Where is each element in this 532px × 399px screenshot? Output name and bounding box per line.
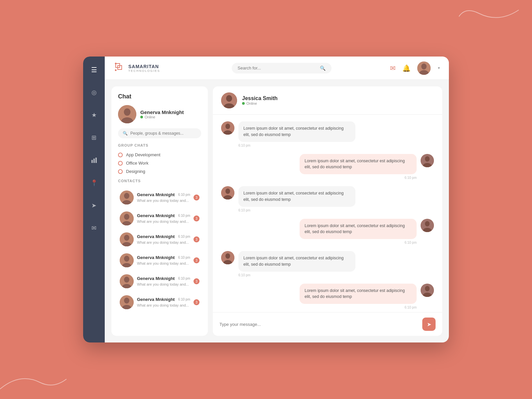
search-contacts-input[interactable] <box>130 131 197 136</box>
header-search: 🔍 <box>180 63 383 73</box>
sidebar-menu-icon[interactable]: ☰ <box>87 63 101 76</box>
msg-bubble-wrap-2: Lorem ipsum dolor sit amet, consectetur … <box>238 186 355 212</box>
contact-time-3: 6:10 pm <box>178 256 190 259</box>
msg-bubble-wrap-0: Lorem ipsum dolor sit amet, consectetur … <box>238 121 355 147</box>
online-dot <box>140 116 143 118</box>
contact-avatar-1 <box>120 211 134 225</box>
contact-details-1: Generva Mnknight 6:10 pm What are you do… <box>137 213 190 224</box>
contact-badge-3: 3 <box>194 257 200 263</box>
contact-details-0: Generva Mnknight 6:10 pm What are you do… <box>137 192 190 203</box>
message-row-4: Lorem ipsum dolor sit amet, consectetur … <box>221 251 434 277</box>
messages-area: Lorem ipsum dolor sit amet, consectetur … <box>213 115 442 312</box>
deco-line-bottom <box>0 362 66 396</box>
msg-bubble-0: Lorem ipsum dolor sit amet, consectetur … <box>238 121 355 142</box>
contact-name-5: Generva Mnknight <box>137 297 175 302</box>
contact-badge-5: 3 <box>194 299 200 305</box>
group-name-office-work: Office Work <box>126 161 148 166</box>
chat-panel: Chat Generva Mnknight Online <box>111 86 208 336</box>
contact-preview-4: What are you doing today and... <box>137 282 189 286</box>
svg-rect-1 <box>93 159 95 163</box>
group-radio-designing <box>118 169 123 174</box>
search-input[interactable] <box>238 66 317 70</box>
contact-name-1: Generva Mnknight <box>137 213 175 218</box>
status-text: Online <box>145 115 155 119</box>
group-chat-item-app-dev[interactable]: App Development <box>118 152 201 157</box>
svg-point-5 <box>115 63 117 65</box>
contact-time-1: 6:10 pm <box>178 214 190 217</box>
msg-bubble-5: Lorem ipsum dolor sit amet, consectetur … <box>300 284 417 304</box>
contact-item-0[interactable]: Generva Mnknight 6:10 pm What are you do… <box>118 188 201 207</box>
contact-header-4: Generva Mnknight 6:10 pm <box>137 276 190 281</box>
sidebar-icon-location[interactable]: 📍 <box>87 176 101 190</box>
contact-item-4[interactable]: Generva Mnknight 6:10 pm What are you do… <box>118 272 201 291</box>
sidebar: ☰ ◎ ★ ⊞ 📍 ➤ ✉ <box>83 57 105 342</box>
contact-avatar-2 <box>120 232 134 246</box>
chat-title: Chat <box>118 93 201 100</box>
message-row-1: Lorem ipsum dolor sit amet, consectetur … <box>221 154 434 180</box>
sidebar-icon-mail[interactable]: ✉ <box>87 221 101 235</box>
svg-point-47 <box>225 253 230 259</box>
contact-preview-1: What are you doing today and... <box>137 219 189 223</box>
group-chat-item-designing[interactable]: Designing <box>118 169 201 174</box>
svg-point-38 <box>425 156 430 162</box>
sidebar-icon-star[interactable]: ★ <box>87 108 101 122</box>
contact-time-4: 6:10 pm <box>178 277 190 280</box>
svg-point-17 <box>124 214 129 220</box>
svg-point-35 <box>225 124 230 129</box>
header-actions: ✉ 🔔 ▼ <box>390 62 441 75</box>
contact-preview-0: What are you doing today and... <box>137 199 189 202</box>
contact-item-3[interactable]: Generva Mnknight 6:10 pm What are you do… <box>118 251 201 270</box>
msg-bubble-4: Lorem ipsum dolor sit amet, consectetur … <box>238 251 355 272</box>
contact-name-4: Generva Mnknight <box>137 276 175 281</box>
send-button[interactable]: ➤ <box>422 318 436 331</box>
search-icon: 🔍 <box>320 66 326 71</box>
contact-header-5: Generva Mnknight 6:10 pm <box>137 297 190 302</box>
search-contacts-icon: 🔍 <box>123 131 128 136</box>
logo-area: SAMARITAN TECHNOLOGIES <box>113 61 173 75</box>
group-chats-list: App Development Office Work Designing <box>118 152 201 174</box>
contact-avatar-5 <box>120 295 134 309</box>
header-user-avatar[interactable] <box>417 62 431 75</box>
content-body: Chat Generva Mnknight Online <box>105 80 449 342</box>
msg-bubble-wrap-4: Lorem ipsum dolor sit amet, consectetur … <box>238 251 355 277</box>
contact-name-2: Generva Mnknight <box>137 234 175 239</box>
msg-time-5: 6:10 pm <box>300 306 417 309</box>
profile-name: Generva Mnknight <box>140 109 184 115</box>
contact-badge-4: 3 <box>194 278 200 284</box>
message-row-5: Lorem ipsum dolor sit amet, consectetur … <box>221 284 434 310</box>
logo-name: SAMARITAN <box>128 64 160 69</box>
contact-item-5[interactable]: Generva Mnknight 6:10 pm What are you do… <box>118 293 201 312</box>
contacts-label: CONTACTS <box>118 179 201 183</box>
message-input-area: ➤ <box>213 312 442 336</box>
message-input[interactable] <box>219 322 417 327</box>
logo-sub: TECHNOLOGIES <box>128 69 160 72</box>
sidebar-icon-target[interactable]: ◎ <box>87 86 101 99</box>
contact-item-2[interactable]: Generva Mnknight 6:10 pm What are you do… <box>118 230 201 249</box>
header-mail-icon[interactable]: ✉ <box>390 64 396 72</box>
dropdown-arrow-icon[interactable]: ▼ <box>437 66 441 70</box>
header-avatar-placeholder <box>417 62 431 75</box>
sidebar-icon-barchart[interactable] <box>87 154 101 167</box>
msg-time-3: 6:10 pm <box>300 241 417 244</box>
contact-item-1[interactable]: Generva Mnknight 6:10 pm What are you do… <box>118 209 201 228</box>
contact-badge-2: 3 <box>194 236 200 242</box>
chat-header-status: Online <box>242 101 278 105</box>
sidebar-icon-send[interactable]: ➤ <box>87 199 101 212</box>
header-bell-icon[interactable]: 🔔 <box>402 64 411 72</box>
content-area: SAMARITAN TECHNOLOGIES 🔍 ✉ 🔔 <box>105 57 449 342</box>
svg-point-41 <box>225 189 230 194</box>
sidebar-icon-grid[interactable]: ⊞ <box>87 131 101 144</box>
msg-time-4: 6:10 pm <box>238 273 355 277</box>
group-chat-item-office-work[interactable]: Office Work <box>118 161 201 166</box>
contact-header-3: Generva Mnknight 6:10 pm <box>137 255 190 260</box>
header: SAMARITAN TECHNOLOGIES 🔍 ✉ 🔔 <box>105 57 449 80</box>
contact-details-5: Generva Mnknight 6:10 pm What are you do… <box>137 297 190 308</box>
contacts-list: Generva Mnknight 6:10 pm What are you do… <box>118 188 201 312</box>
contact-header-1: Generva Mnknight 6:10 pm <box>137 213 190 218</box>
svg-point-8 <box>421 64 427 69</box>
contact-name-0: Generva Mnknight <box>137 192 175 197</box>
contact-details-3: Generva Mnknight 6:10 pm What are you do… <box>137 255 190 266</box>
contact-time-5: 6:10 pm <box>178 298 190 301</box>
svg-point-32 <box>226 95 232 102</box>
logo-text: SAMARITAN TECHNOLOGIES <box>128 64 160 72</box>
